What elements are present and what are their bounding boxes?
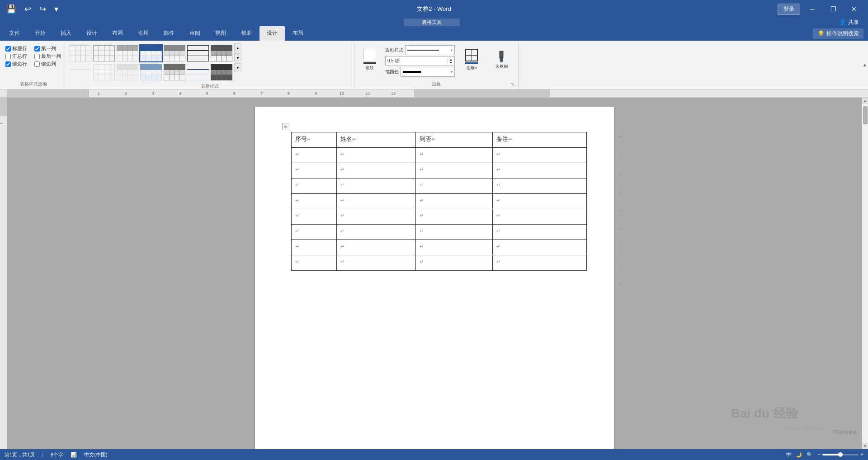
zoom-out-button[interactable]: −	[817, 451, 821, 458]
width-up-btn[interactable]: ▲	[449, 58, 453, 61]
width-down-btn[interactable]: ▼	[449, 61, 453, 64]
borders-button[interactable]: 边框 ▾	[459, 45, 484, 74]
cell[interactable]: ↵	[292, 163, 337, 178]
cell[interactable]: ↵	[337, 148, 416, 163]
table-style-11[interactable]	[139, 63, 163, 81]
cell[interactable]: ↵	[416, 194, 493, 209]
header-row-checkbox[interactable]: 标题行	[5, 45, 27, 52]
cell[interactable]: ↵	[493, 225, 587, 240]
scroll-track[interactable]	[862, 104, 868, 443]
cell[interactable]: ↵	[416, 209, 493, 225]
ribbon-collapse-button[interactable]: ▲	[862, 41, 868, 89]
gallery-expand[interactable]: ▾	[234, 63, 241, 72]
total-row-check[interactable]	[5, 54, 11, 59]
banded-cols-check[interactable]	[34, 61, 40, 67]
table-style-10[interactable]	[116, 63, 139, 81]
table-style-7[interactable]	[210, 44, 233, 62]
search-box[interactable]: 💡 操作说明搜索	[813, 28, 863, 39]
scroll-down-button[interactable]: ▼	[862, 443, 868, 449]
cell[interactable]: ↵	[416, 148, 493, 163]
night-mode-icon[interactable]: 🌙	[796, 452, 802, 458]
table-style-14[interactable]	[210, 63, 233, 81]
total-row-checkbox[interactable]: 汇总行	[5, 53, 27, 60]
tab-help[interactable]: 帮助	[234, 26, 259, 41]
cell[interactable]: ↵	[292, 225, 337, 240]
cell[interactable]: ↵	[416, 178, 493, 194]
tab-home[interactable]: 开始	[28, 26, 53, 41]
cell[interactable]: ↵	[493, 209, 587, 225]
cell[interactable]: ↵	[337, 225, 416, 240]
table-style-8[interactable]	[69, 63, 92, 81]
zoom-icon[interactable]: 🔍	[807, 452, 813, 458]
table-style-grid1[interactable]	[92, 44, 116, 62]
table-style-12[interactable]	[163, 63, 186, 81]
undo-button[interactable]: ↩	[22, 2, 34, 16]
border-painter-button[interactable]: 边框刷	[489, 45, 514, 74]
zoom-in-button[interactable]: +	[860, 451, 863, 458]
cell[interactable]: ↵	[337, 178, 416, 194]
cell[interactable]: ↵	[416, 163, 493, 178]
restore-button[interactable]: ❐	[823, 0, 844, 18]
cell[interactable]: ↵	[292, 209, 337, 225]
table-style-selected[interactable]	[139, 44, 163, 62]
cell[interactable]: ↵	[416, 240, 493, 255]
cell[interactable]: ↵	[292, 178, 337, 194]
table-style-9[interactable]	[92, 63, 116, 81]
cell[interactable]: ↵	[292, 148, 337, 163]
tab-layout-doc[interactable]: 布局	[105, 26, 130, 41]
header-cell-num[interactable]: 序号↵	[292, 132, 337, 148]
cell[interactable]: ↵	[493, 255, 587, 271]
tab-table-layout[interactable]: 布局	[285, 26, 311, 41]
pen-color-dropdown[interactable]: ▾	[401, 67, 455, 77]
cell[interactable]: ↵	[337, 163, 416, 178]
ime-indicator[interactable]: 中	[786, 451, 791, 458]
minimize-button[interactable]: ─	[802, 0, 823, 18]
table-style-13[interactable]	[186, 63, 210, 81]
table-style-plain[interactable]	[69, 44, 92, 62]
banded-cols-checkbox[interactable]: 镶边列	[34, 61, 56, 67]
border-group-expand[interactable]: ⤡	[511, 82, 514, 87]
cell[interactable]: ↵	[337, 240, 416, 255]
cell[interactable]: ↵	[292, 255, 337, 271]
header-cell-note[interactable]: 备注↵	[493, 132, 587, 148]
first-col-checkbox[interactable]: 第一列	[34, 45, 56, 52]
scroll-up-button[interactable]: ▲	[862, 98, 868, 104]
tab-view[interactable]: 视图	[208, 26, 233, 41]
cell[interactable]: ↵	[292, 240, 337, 255]
table-style-6[interactable]	[186, 44, 210, 62]
cell[interactable]: ↵	[493, 240, 587, 255]
tab-mailings[interactable]: 邮件	[156, 26, 182, 41]
first-col-check[interactable]	[34, 46, 40, 52]
banded-rows-check[interactable]	[5, 61, 11, 67]
gallery-scroll-down[interactable]: ▼	[234, 53, 241, 62]
banded-rows-checkbox[interactable]: 镶边行	[5, 61, 27, 67]
cell[interactable]: ↵	[416, 255, 493, 271]
zoom-track[interactable]	[822, 454, 859, 455]
cell[interactable]: ↵	[337, 255, 416, 271]
cell[interactable]: ↵	[416, 225, 493, 240]
tab-references[interactable]: 引用	[131, 26, 156, 41]
cell[interactable]: ↵	[337, 194, 416, 209]
login-button[interactable]: 登录	[778, 4, 800, 15]
header-row-check[interactable]	[5, 46, 11, 52]
table-style-header1[interactable]	[116, 44, 139, 62]
cell[interactable]: ↵	[493, 194, 587, 209]
cell[interactable]: ↵	[292, 194, 337, 209]
customize-qat-button[interactable]: ▾	[52, 2, 61, 16]
cell[interactable]: ↵	[493, 163, 587, 178]
table-style-5[interactable]	[163, 44, 186, 62]
cell[interactable]: ↵	[337, 209, 416, 225]
header-cell-arrive[interactable]: 到否↵	[416, 132, 493, 148]
gallery-scroll-up[interactable]: ▲	[234, 43, 241, 52]
border-width-dropdown[interactable]: 0.5 磅 ▲ ▼	[385, 56, 455, 66]
close-button[interactable]: ✕	[844, 0, 864, 18]
tab-table-design[interactable]: 设计	[259, 26, 285, 41]
cell[interactable]: ↵	[493, 178, 587, 194]
save-button[interactable]: 💾	[4, 2, 19, 16]
cell[interactable]: ↵	[493, 148, 587, 163]
last-col-check[interactable]	[34, 54, 40, 59]
header-cell-name[interactable]: 姓名↵	[337, 132, 416, 148]
redo-button[interactable]: ↪	[37, 2, 49, 16]
table-move-handle[interactable]: ⊕	[282, 123, 289, 130]
scroll-thumb[interactable]	[863, 106, 868, 124]
